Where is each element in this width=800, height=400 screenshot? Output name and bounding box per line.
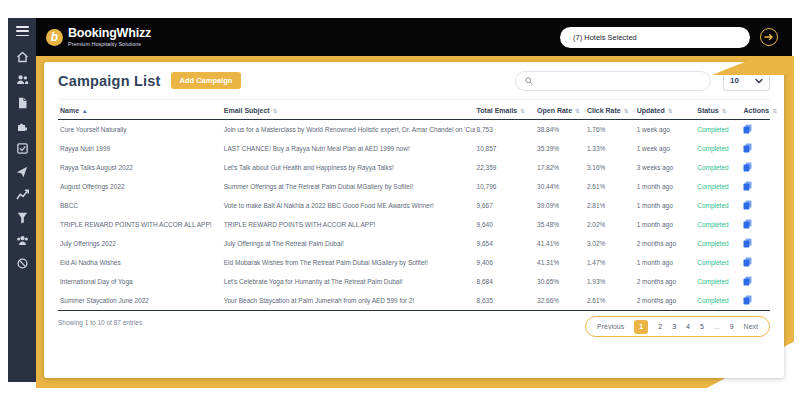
cell-name: Rayya Nutri 1999 — [58, 139, 222, 158]
cell-status: Completed — [695, 215, 741, 234]
search-icon — [525, 77, 533, 85]
column-header-email-subject[interactable]: Email Subject⇅ — [222, 101, 475, 120]
sidebar-item-send[interactable] — [15, 165, 30, 178]
brand-logo[interactable]: b BookingWhizz Premium Hospitality Solut… — [46, 27, 151, 47]
cell-name: Cure Yourself Naturally — [58, 120, 222, 140]
cell-name: International Day of Yoga — [58, 272, 222, 291]
column-header-click-rate[interactable]: Click Rate⇅ — [585, 101, 635, 120]
copy-icon[interactable] — [743, 124, 752, 134]
campaign-row: Rayya Talks August 2022Let's Talk about … — [58, 158, 770, 177]
sidebar-item-users[interactable] — [15, 73, 30, 86]
column-label: Updated — [637, 107, 665, 114]
cell-actions[interactable] — [741, 215, 770, 234]
hotels-selected-input[interactable]: (7) Hotels Selected — [560, 27, 750, 48]
campaigns-table-head: Name▲Email Subject⇅Total Emails⇅Open Rat… — [58, 101, 770, 120]
column-header-open-rate[interactable]: Open Rate⇅ — [535, 101, 585, 120]
sidebar-item-funnel[interactable] — [15, 211, 30, 224]
copy-icon[interactable] — [743, 143, 752, 153]
home-icon — [16, 51, 29, 63]
cell-click-rate: 1.93% — [585, 272, 635, 291]
campaign-row: July Offerings 2022July Offerings at The… — [58, 234, 770, 253]
cell-click-rate: 2.02% — [585, 215, 635, 234]
page-button-previous[interactable]: Previous — [597, 323, 624, 330]
copy-icon[interactable] — [743, 238, 752, 248]
cell-updated: 1 week ago — [635, 120, 696, 140]
column-label: Click Rate — [587, 107, 621, 114]
sidebar-item-users-group[interactable] — [15, 234, 30, 247]
sort-icon: ⇅ — [273, 108, 278, 114]
cell-open-rate: 38.84% — [535, 120, 585, 140]
cell-status: Completed — [695, 272, 741, 291]
page-button-9[interactable]: 9 — [730, 323, 734, 330]
cell-name: BBCC — [58, 196, 222, 215]
cell-status: Completed — [695, 158, 741, 177]
sidebar-item-ban[interactable] — [15, 257, 30, 270]
sidebar-item-check-square[interactable] — [15, 142, 30, 155]
cell-actions[interactable] — [741, 291, 770, 311]
cell-actions[interactable] — [741, 234, 770, 253]
page-button-next[interactable]: Next — [744, 323, 758, 330]
cell-status: Completed — [695, 139, 741, 158]
column-header-name[interactable]: Name▲ — [58, 101, 222, 120]
cell-actions[interactable] — [741, 177, 770, 196]
column-header-updated[interactable]: Updated⇅ — [635, 101, 696, 120]
header-row: Name▲Email Subject⇅Total Emails⇅Open Rat… — [58, 101, 770, 120]
copy-icon[interactable] — [743, 219, 752, 229]
column-header-status[interactable]: Status⇅ — [695, 101, 741, 120]
cell-actions[interactable] — [741, 120, 770, 140]
cell-actions[interactable] — [741, 196, 770, 215]
funnel-icon — [17, 212, 28, 224]
cell-updated: 1 month ago — [635, 196, 696, 215]
page-title: Campaign List — [58, 73, 161, 89]
brand-name: BookingWhizz — [68, 27, 151, 40]
page-button-1[interactable]: 1 — [634, 320, 648, 334]
search-box[interactable] — [515, 71, 711, 91]
copy-icon[interactable] — [743, 162, 752, 172]
cell-actions[interactable] — [741, 158, 770, 177]
cell-updated: 1 month ago — [635, 215, 696, 234]
page-button-4[interactable]: 4 — [686, 323, 690, 330]
add-campaign-button[interactable]: Add Campaign — [171, 72, 242, 89]
cell-subject: Eid Mubarak Wishes from The Retreat Palm… — [222, 253, 475, 272]
sidebar-nav — [15, 50, 30, 270]
copy-icon[interactable] — [743, 200, 752, 210]
cell-status: Completed — [695, 196, 741, 215]
sort-icon: ▲ — [82, 108, 87, 114]
page-button-2[interactable]: 2 — [658, 323, 662, 330]
cell-open-rate: 30.65% — [535, 272, 585, 291]
cell-actions[interactable] — [741, 139, 770, 158]
cell-subject: Vote to make Bait Al Nakhla a 2022 BBC G… — [222, 196, 475, 215]
sidebar-item-file[interactable] — [15, 96, 30, 109]
hamburger-menu-icon[interactable] — [16, 26, 29, 36]
copy-icon[interactable] — [743, 257, 752, 267]
sort-icon: ⇅ — [772, 108, 777, 114]
column-header-actions[interactable]: Actions⇅ — [741, 101, 770, 120]
sidebar-item-puzzle[interactable] — [15, 119, 30, 132]
copy-icon[interactable] — [743, 276, 752, 286]
cell-subject: Let's Celebrate Yoga for Humanity at The… — [222, 272, 475, 291]
page-button-5[interactable]: 5 — [700, 323, 704, 330]
cell-status: Completed — [695, 234, 741, 253]
cell-actions[interactable] — [741, 253, 770, 272]
users-group-icon — [16, 235, 29, 246]
page-button-3[interactable]: 3 — [672, 323, 676, 330]
cell-updated: 2 months ago — [635, 234, 696, 253]
sidebar-item-chart-line[interactable] — [15, 188, 30, 201]
users-icon — [16, 74, 29, 85]
chart-line-icon — [16, 189, 29, 200]
copy-icon[interactable] — [743, 295, 752, 305]
column-header-total-emails[interactable]: Total Emails⇅ — [475, 101, 536, 120]
column-label: Email Subject — [224, 107, 270, 114]
cell-actions[interactable] — [741, 272, 770, 291]
copy-icon[interactable] — [743, 181, 752, 191]
sidebar-item-home[interactable] — [15, 50, 30, 63]
column-label: Status — [697, 107, 718, 114]
cell-total-emails: 10,857 — [475, 139, 536, 158]
file-icon — [17, 97, 28, 109]
cell-updated: 2 months ago — [635, 272, 696, 291]
column-label: Open Rate — [537, 107, 572, 114]
column-label: Name — [60, 107, 79, 114]
cell-click-rate: 1.47% — [585, 253, 635, 272]
search-input[interactable] — [538, 72, 710, 90]
logout-button[interactable] — [760, 28, 778, 46]
